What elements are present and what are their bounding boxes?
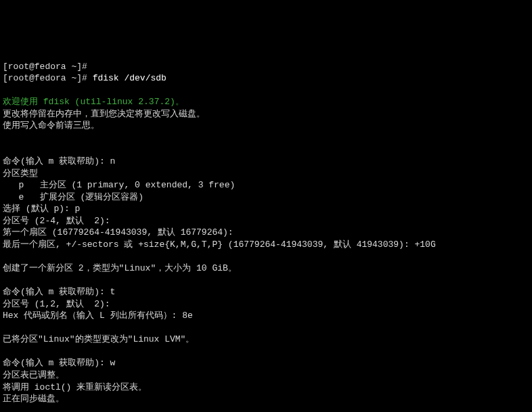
syncing-disk: 正在同步磁盘。: [3, 394, 64, 404]
info-line: 更改将停留在内存中，直到您决定将更改写入磁盘。: [3, 109, 205, 119]
partition-number: 分区号 (2-4, 默认 2):: [3, 216, 110, 226]
select-default: 选择 (默认 p): p: [3, 204, 80, 214]
partition-type-e: e 扩展分区 (逻辑分区容器): [3, 192, 143, 202]
terminal-output: [root@fedora ~]# [root@fedora ~]# fdisk …: [3, 49, 529, 412]
first-sector: 第一个扇区 (16779264-41943039, 默认 16779264):: [3, 227, 234, 237]
partition-type-p: p 主分区 (1 primary, 0 extended, 3 free): [3, 180, 235, 190]
created-partition: 创建了一个新分区 2，类型为"Linux"，大小为 10 GiB。: [3, 263, 237, 273]
type-changed: 已将分区"Linux"的类型更改为"Linux LVM"。: [3, 334, 194, 344]
info-line: 使用写入命令前请三思。: [3, 120, 99, 131]
partition-number-2: 分区号 (1,2, 默认 2):: [3, 299, 110, 309]
cmd-prompt-t: 命令(输入 m 获取帮助): t: [3, 287, 115, 297]
last-sector: 最后一个扇区, +/-sectors 或 +size{K,M,G,T,P} (1…: [3, 239, 436, 250]
hex-code: Hex 代码或别名（输入 L 列出所有代码）: 8e: [3, 311, 193, 321]
table-adjusted: 分区表已调整。: [3, 370, 64, 380]
partition-type-header: 分区类型: [3, 168, 38, 179]
ioctl-line: 将调用 ioctl() 来重新读分区表。: [3, 382, 147, 392]
cmd-prompt-w: 命令(输入 m 获取帮助): w: [3, 358, 115, 368]
cmd-fdisk[interactable]: fdisk /dev/sdb: [93, 73, 167, 83]
prompt-1: [root@fedora ~]#: [3, 73, 93, 83]
line-prev-prompt: [root@fedora ~]#: [3, 62, 87, 72]
welcome-line: 欢迎使用 fdisk (util-linux 2.37.2)。: [3, 97, 184, 107]
cmd-prompt-n: 命令(输入 m 获取帮助): n: [3, 156, 115, 166]
